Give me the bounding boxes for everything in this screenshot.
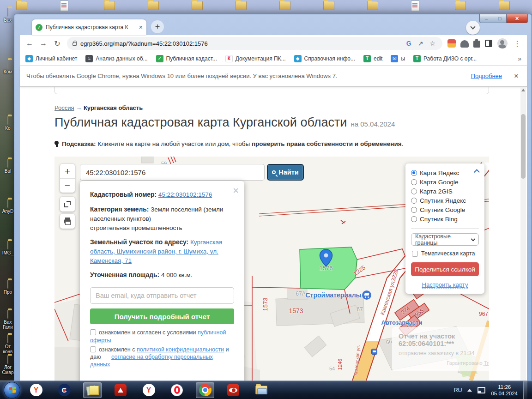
cadastral-map[interactable]: 591576122567АСтройматериалы1573157367Кам… [54, 157, 489, 381]
desktop-icon[interactable]: Ко [0, 116, 16, 131]
desktop-icon[interactable]: Ком [0, 60, 16, 74]
bookmark-item[interactable]: КДокументация ПК... [225, 55, 286, 62]
thematic-checkbox[interactable] [412, 251, 418, 257]
taskbar-explorer-icon[interactable] [252, 382, 271, 398]
map-pin-icon[interactable] [319, 249, 333, 269]
network-icon[interactable] [478, 387, 485, 393]
card-close-icon[interactable]: × [233, 185, 239, 197]
radio-icon[interactable] [411, 207, 417, 213]
extensions-puzzle-icon[interactable] [473, 41, 480, 48]
google-icon[interactable]: G [405, 40, 413, 47]
folder-icon[interactable] [192, 1, 203, 10]
desktop-icon[interactable]: Bul [0, 159, 16, 174]
bookmark-item[interactable]: ◆Справочная инфо... [294, 55, 355, 62]
find-button[interactable]: Найти [267, 164, 304, 181]
window-close-button[interactable]: × [507, 14, 528, 23]
desktop-icon[interactable]: От конв [0, 335, 16, 354]
taskbar-sticky-notes-icon[interactable] [83, 382, 102, 398]
desktop-icon[interactable]: Бах Гали [0, 310, 16, 330]
email-field[interactable] [90, 287, 234, 304]
breadcrumb-russia-link[interactable]: Россия [54, 104, 74, 111]
desktop-icon[interactable]: Про [0, 280, 16, 295]
taskbar-abbyy-icon[interactable] [224, 382, 242, 398]
share-link-button[interactable]: Поделиться ссылкой [411, 262, 479, 276]
tab-search-button[interactable] [466, 21, 480, 35]
file-icon[interactable] [411, 0, 419, 11]
layer-option-1[interactable]: Карта Яндекс [411, 168, 479, 177]
radio-icon[interactable] [411, 198, 417, 204]
taskbar-chrome-icon[interactable] [196, 382, 214, 398]
bookmark-item[interactable]: TРабота ДИЗО с орг... [413, 55, 477, 62]
window-maximize-button[interactable]: □ [493, 14, 507, 23]
radio-icon[interactable] [411, 179, 417, 185]
address-bar[interactable]: egrp365.org/map/?kadnum=45:22:030102:157… [67, 37, 442, 50]
bookmark-item[interactable]: ✉ы [391, 55, 405, 62]
bookmark-star-icon[interactable]: ☆ [428, 40, 437, 47]
forward-button[interactable]: → [37, 37, 49, 49]
folder-icon[interactable] [236, 1, 247, 10]
browser-menu-icon[interactable]: ⋮ [511, 37, 523, 49]
folder-icon[interactable] [279, 1, 290, 10]
desktop-icon[interactable]: Бах [0, 8, 16, 23]
taskbar-opera-icon[interactable] [168, 382, 186, 398]
new-tab-button[interactable]: + [151, 20, 164, 33]
profile-avatar[interactable] [497, 38, 508, 48]
zoom-in-button[interactable]: + [60, 164, 75, 178]
radio-icon[interactable] [411, 188, 417, 194]
tray-expand-icon[interactable] [467, 389, 472, 392]
radio-icon[interactable] [411, 170, 417, 176]
browser-tab[interactable]: ✓ Публичная кадастровая карта К × [32, 19, 146, 35]
notification-close-icon[interactable]: × [514, 72, 519, 81]
zoom-out-button[interactable]: − [60, 178, 75, 193]
url-text[interactable]: egrp365.org/map/?kadnum=45:22:030102:157… [80, 40, 401, 47]
desktop-icon[interactable]: IMG_ [0, 241, 16, 255]
get-report-button[interactable]: Получить подробный отчет [90, 308, 234, 324]
folder-icon[interactable] [148, 1, 159, 10]
radio-icon[interactable] [411, 216, 417, 222]
layer-option-5[interactable]: Спутник Google [411, 205, 479, 214]
toast-brand-link[interactable]: TrustAction [484, 360, 489, 366]
kadnum-link[interactable]: 45:22:030102:1576 [158, 191, 212, 198]
folder-icon[interactable] [455, 1, 466, 10]
fullscreen-button[interactable] [60, 197, 75, 212]
print-button[interactable] [60, 214, 75, 229]
transit-stop-icon[interactable] [371, 349, 377, 355]
notification-more-link[interactable]: Подробнее [471, 73, 502, 79]
language-indicator[interactable]: RU [454, 387, 462, 393]
taskbar-acrobat-icon[interactable] [111, 382, 130, 398]
folder-icon[interactable] [367, 1, 378, 10]
folder-icon[interactable] [104, 1, 115, 10]
layer-option-4[interactable]: Спутник Яндекс [411, 196, 479, 205]
reader-extension-icon[interactable] [485, 40, 492, 47]
layer-option-6[interactable]: Спутник Bing [411, 214, 479, 224]
folder-icon[interactable] [499, 1, 510, 10]
bookmarks-overflow-icon[interactable]: » [518, 55, 521, 62]
folder-icon[interactable] [323, 1, 334, 10]
desktop-icon[interactable]: Лог Смар [0, 356, 16, 375]
bookmark-item[interactable]: ≈Анализ данных об... [85, 55, 147, 62]
privacy-checkbox[interactable] [90, 346, 96, 352]
show-desktop-button[interactable] [523, 381, 527, 399]
clock[interactable]: 11:26 05.04.2024 [491, 384, 518, 397]
start-button[interactable] [4, 382, 20, 399]
adblock-extension-icon[interactable] [460, 40, 469, 48]
stamp-extension-icon[interactable] [447, 39, 456, 48]
store-marker-icon[interactable] [362, 290, 371, 300]
layer-option-3[interactable]: Карта 2GIS [411, 187, 479, 196]
bookmark-item[interactable]: ✓Публичная кадаст... [156, 55, 217, 62]
boundaries-select[interactable]: Кадастровые границы [411, 233, 479, 246]
reload-button[interactable]: ↻ [51, 37, 63, 49]
bookmark-item[interactable]: ◆Личный кабинет [25, 55, 77, 62]
scrollbar-thumb[interactable] [521, 114, 526, 179]
bookmark-item[interactable]: Tedit [363, 55, 382, 62]
back-button[interactable]: ← [24, 37, 36, 49]
privacy-link[interactable]: политикой конфиденциальности [137, 346, 224, 353]
offer-checkbox[interactable] [90, 329, 96, 335]
scroll-up-icon[interactable] [521, 89, 525, 91]
tab-close-icon[interactable]: × [139, 24, 143, 30]
folder-icon[interactable] [16, 1, 27, 10]
page-scrollbar[interactable] [520, 87, 526, 381]
taskbar-kontur-icon[interactable]: C [55, 382, 73, 398]
file-icon[interactable] [60, 0, 68, 11]
taskbar-yandex-browser-icon[interactable]: Y [27, 382, 45, 398]
